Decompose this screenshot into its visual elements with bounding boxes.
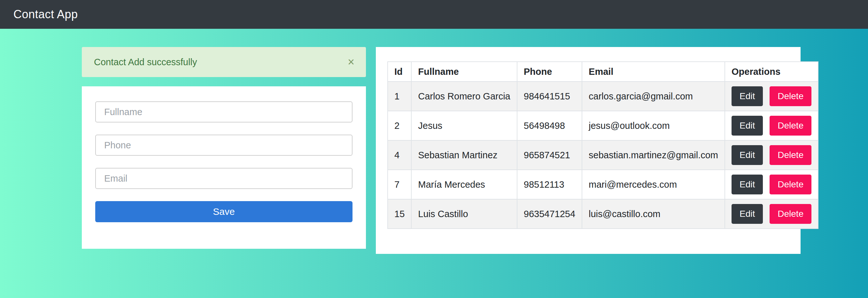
delete-button[interactable]: Delete <box>770 175 811 195</box>
fullname-cell: Luis Castillo <box>411 199 517 229</box>
fullname-cell: Jesus <box>411 111 517 140</box>
edit-button[interactable]: Edit <box>732 204 763 224</box>
contacts-table: Id Fullname Phone Email Operations 1Carl… <box>388 61 818 229</box>
operations-cell: EditDelete <box>725 170 818 199</box>
email-input[interactable] <box>95 168 352 189</box>
fullname-cell: María Mercedes <box>411 170 517 199</box>
delete-button[interactable]: Delete <box>770 145 811 165</box>
fullname-cell: Sebastian Martinez <box>411 140 517 170</box>
fullname-input[interactable] <box>95 101 352 122</box>
header-id: Id <box>388 62 411 82</box>
phone-cell: 56498498 <box>517 111 582 140</box>
header-operations: Operations <box>725 62 818 82</box>
edit-button[interactable]: Edit <box>732 145 763 165</box>
contact-form-card: Save <box>82 86 366 249</box>
email-cell: jesus@outlook.com <box>582 111 725 140</box>
app-title: Contact App <box>13 8 78 21</box>
delete-button[interactable]: Delete <box>770 204 811 224</box>
id-cell: 1 <box>388 82 411 111</box>
operations-cell: EditDelete <box>725 199 818 229</box>
phone-input[interactable] <box>95 135 352 156</box>
fullname-cell: Carlos Romero Garcia <box>411 82 517 111</box>
operations-cell: EditDelete <box>725 140 818 170</box>
success-alert: Contact Add successfully × <box>82 47 366 77</box>
phone-cell: 965874521 <box>517 140 582 170</box>
navbar: Contact App <box>0 0 868 29</box>
email-cell: luis@castillo.com <box>582 199 725 229</box>
email-cell: sebastian.martinez@gmail.com <box>582 140 725 170</box>
id-cell: 2 <box>388 111 411 140</box>
header-fullname: Fullname <box>411 62 517 82</box>
header-email: Email <box>582 62 725 82</box>
table-row: 4Sebastian Martinez965874521sebastian.ma… <box>388 140 818 170</box>
phone-cell: 9635471254 <box>517 199 582 229</box>
close-icon[interactable]: × <box>348 56 354 68</box>
email-cell: carlos.garcia@gmail.com <box>582 82 725 111</box>
phone-cell: 984641515 <box>517 82 582 111</box>
id-cell: 15 <box>388 199 411 229</box>
table-row: 2Jesus56498498jesus@outlook.comEditDelet… <box>388 111 818 140</box>
email-cell: mari@mercedes.com <box>582 170 725 199</box>
id-cell: 4 <box>388 140 411 170</box>
table-header: Id Fullname Phone Email Operations <box>388 62 818 82</box>
operations-cell: EditDelete <box>725 111 818 140</box>
save-button[interactable]: Save <box>95 201 352 222</box>
edit-button[interactable]: Edit <box>732 116 763 136</box>
left-column: Contact Add successfully × Save <box>82 47 366 249</box>
edit-button[interactable]: Edit <box>732 86 763 106</box>
contacts-table-card: Id Fullname Phone Email Operations 1Carl… <box>376 47 801 254</box>
delete-button[interactable]: Delete <box>770 116 811 136</box>
table-header-row: Id Fullname Phone Email Operations <box>388 62 818 82</box>
contacts-table-body: 1Carlos Romero Garcia984641515carlos.gar… <box>388 82 818 229</box>
phone-cell: 98512113 <box>517 170 582 199</box>
delete-button[interactable]: Delete <box>770 86 811 106</box>
alert-message: Contact Add successfully <box>94 57 197 67</box>
header-phone: Phone <box>517 62 582 82</box>
table-row: 1Carlos Romero Garcia984641515carlos.gar… <box>388 82 818 111</box>
edit-button[interactable]: Edit <box>732 175 763 195</box>
table-row: 15Luis Castillo9635471254luis@castillo.c… <box>388 199 818 229</box>
table-row: 7María Mercedes98512113mari@mercedes.com… <box>388 170 818 199</box>
main-content: Contact Add successfully × Save Id Fulln… <box>82 47 868 254</box>
id-cell: 7 <box>388 170 411 199</box>
operations-cell: EditDelete <box>725 82 818 111</box>
